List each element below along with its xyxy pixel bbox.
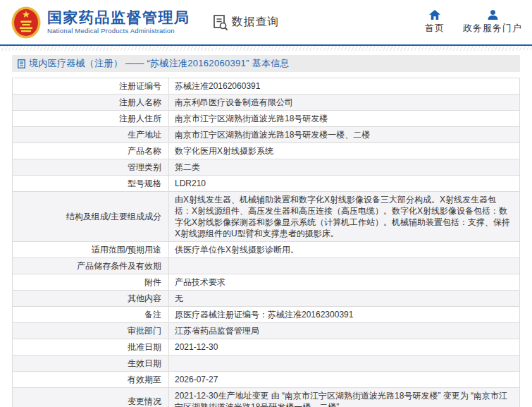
agency-name-en: National Medical Products Administration [47, 27, 190, 35]
row-label: 产品储存条件及有效期 [13, 258, 169, 274]
row-label: 其他内容 [13, 291, 169, 307]
row-value: 无 [169, 291, 520, 307]
row-value: 南京利昂医疗设备制造有限公司 [169, 95, 520, 111]
row-label: 有效期至 [13, 372, 169, 388]
table-row: 其他内容无 [13, 291, 520, 307]
data-query-tab[interactable]: 数据查询 [213, 14, 280, 31]
user-icon [488, 10, 498, 20]
table-row: 生效日期 [13, 356, 520, 372]
row-label: 适用范围/预期用途 [13, 242, 169, 258]
result-title-bar: 境内医疗器械（注册） —— “苏械注准20162060391” 基本信息 [12, 55, 520, 72]
row-value: 苏械注准20162060391 [169, 78, 520, 95]
row-label: 产品名称 [13, 143, 169, 159]
table-row: 适用范围/预期用途供医疗单位作X射线摄影诊断用。 [13, 242, 520, 258]
table-row: 批准日期2021-12-30 [13, 339, 520, 356]
top-nav: 首页 政务服务门户 [425, 10, 522, 35]
row-value: 2021-12-30 [169, 339, 520, 356]
row-label: 变更情况 [13, 388, 169, 407]
row-label: 注册证编号 [13, 78, 169, 95]
nmpa-logo[interactable]: 国家药品监督管理局 National Medical Products Admi… [11, 6, 190, 39]
row-value: 南京市江宁区湖熟街道波光路18号研发楼 [169, 111, 520, 127]
row-value: 产品技术要求 [169, 274, 520, 291]
row-label: 注册人住所 [13, 111, 169, 127]
table-row: 变更情况2021-12-30生产地址变更 由 “南京市江宁区湖熟街道波光路18号… [13, 388, 520, 407]
row-value: LDR210 [169, 176, 520, 192]
row-label: 注册人名称 [13, 95, 169, 111]
table-row: 备注原医疗器械注册证编号：苏械注准20162300391 [13, 307, 520, 323]
row-label: 批准日期 [13, 339, 169, 356]
table-row: 产品储存条件及有效期 [13, 258, 520, 274]
row-value [169, 356, 520, 372]
row-value: 江苏省药品监督管理局 [169, 323, 520, 339]
row-label: 附件 [13, 274, 169, 291]
table-row: 型号规格LDR210 [13, 176, 520, 192]
row-value: 2021-12-30生产地址变更 由 “南京市江宁区湖熟街道波光路18号研发楼”… [169, 388, 520, 407]
row-value: 数字化医用X射线摄影系统 [169, 143, 520, 159]
table-row: 注册人住所南京市江宁区湖熟街道波光路18号研发楼 [13, 111, 520, 127]
agency-name: 国家药品监督管理局 National Medical Products Admi… [47, 9, 190, 35]
table-row: 产品名称数字化医用X射线摄影系统 [13, 143, 520, 159]
row-value: 南京市江宁区湖熟街道波光路18号研发楼一楼、二楼 [169, 127, 520, 143]
agency-name-cn: 国家药品监督管理局 [47, 9, 190, 26]
doc-search-icon [213, 14, 228, 31]
row-label: 管理类别 [13, 159, 169, 176]
site-header: 国家药品监督管理局 National Medical Products Admi… [0, 0, 532, 46]
table-row: 有效期至2026-07-27 [13, 372, 520, 388]
table-row: 注册人名称南京利昂医疗设备制造有限公司 [13, 95, 520, 111]
table-row: 结构及组成/主要组成成分由X射线发生器、机械辅助装置和数字化X射线影像设备三大部… [13, 192, 520, 242]
nav-gov-portal-label: 政务服务门户 [463, 22, 522, 35]
info-table-body: 注册证编号苏械注准20162060391注册人名称南京利昂医疗设备制造有限公司注… [13, 78, 520, 407]
national-emblem-icon [11, 6, 41, 39]
nav-gov-portal[interactable]: 政务服务门户 [463, 10, 522, 35]
page-title: 境内医疗器械（注册） —— “苏械注准20162060391” 基本信息 [29, 57, 290, 70]
table-row: 注册证编号苏械注准20162060391 [13, 78, 520, 95]
row-label: 生效日期 [13, 356, 169, 372]
row-value: 第二类 [169, 159, 520, 176]
row-label: 型号规格 [13, 176, 169, 192]
row-label: 备注 [13, 307, 169, 323]
row-value: 由X射线发生器、机械辅助装置和数字化X射线影像设备三大部分构成。X射线发生器包括… [169, 192, 520, 242]
table-row: 生产地址南京市江宁区湖熟街道波光路18号研发楼一楼、二楼 [13, 127, 520, 143]
row-value: 供医疗单位作X射线摄影诊断用。 [169, 242, 520, 258]
document-icon [18, 59, 25, 68]
row-label: 结构及组成/主要组成成分 [13, 192, 169, 242]
home-icon [429, 10, 440, 20]
data-query-label: 数据查询 [232, 15, 280, 30]
row-label: 审批部门 [13, 323, 169, 339]
row-value: 2026-07-27 [169, 372, 520, 388]
registration-info-table: 注册证编号苏械注准20162060391注册人名称南京利昂医疗设备制造有限公司注… [12, 78, 520, 407]
row-label: 生产地址 [13, 127, 169, 143]
striped-divider [0, 46, 532, 51]
table-row: 审批部门江苏省药品监督管理局 [13, 323, 520, 339]
nav-home[interactable]: 首页 [425, 10, 445, 35]
row-value: 原医疗器械注册证编号：苏械注准20162300391 [169, 307, 520, 323]
nav-home-label: 首页 [425, 22, 445, 35]
table-row: 附件产品技术要求 [13, 274, 520, 291]
row-value [169, 258, 520, 274]
table-row: 管理类别第二类 [13, 159, 520, 176]
